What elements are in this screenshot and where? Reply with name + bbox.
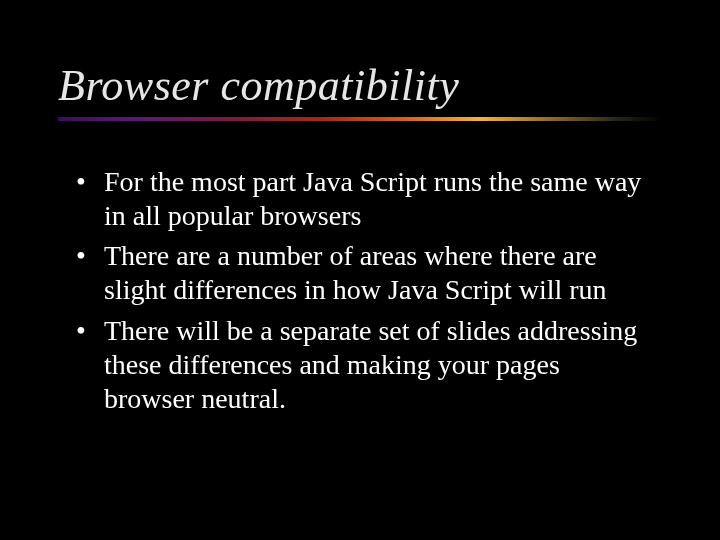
slide: Browser compatibility For the most part …: [0, 0, 720, 540]
title-underline: [58, 117, 662, 121]
slide-title: Browser compatibility: [58, 60, 662, 111]
bullet-list: For the most part Java Script runs the s…: [58, 165, 662, 416]
list-item: For the most part Java Script runs the s…: [76, 165, 650, 233]
list-item: There are a number of areas where there …: [76, 239, 650, 307]
list-item: There will be a separate set of slides a…: [76, 314, 650, 416]
